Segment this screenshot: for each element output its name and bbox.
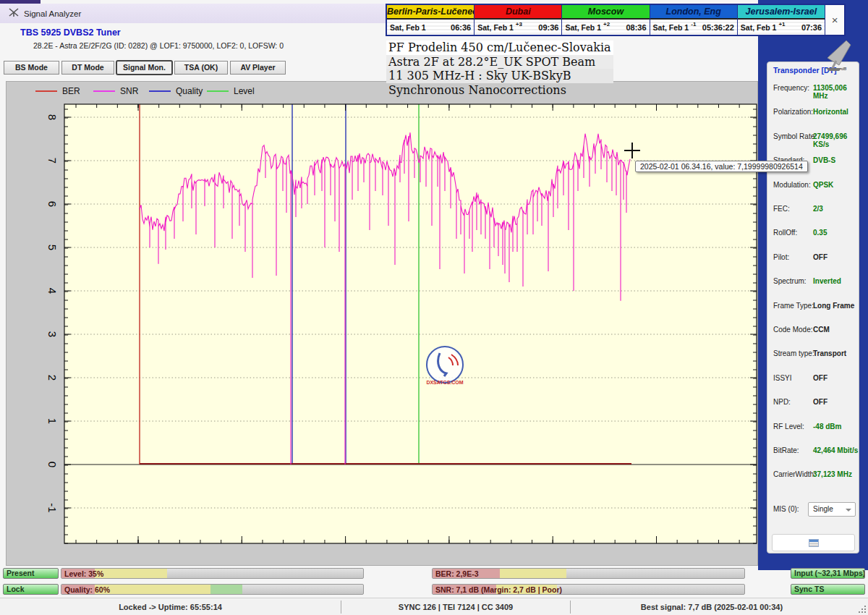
clock-city: Berlin-Paris-Lučenec <box>387 5 474 20</box>
clock-city: Dubai <box>475 5 561 20</box>
signal-analyzer-window: Signal Analyzer dB TBS 5925 DVBS2 Tuner … <box>0 0 868 615</box>
y-axis-tick-label: -1 <box>46 503 59 512</box>
bar-segment <box>500 569 567 578</box>
field-value: OFF <box>813 374 827 382</box>
field-value: 0.35 <box>813 229 827 237</box>
snr-bar-label: SNR: 7,1 dB (Margin: 2,7 dB | Poor) <box>435 585 562 595</box>
statusbar-sync-counters: SYNC 126 | TEI 7124 | CC 3409 <box>341 598 570 615</box>
field-label: Polarization: <box>773 108 813 116</box>
field-label: NPD: <box>773 398 791 406</box>
sync-ts-indicator: Sync TS <box>791 584 865 595</box>
y-axis-tick-label: 7 <box>46 158 59 164</box>
svg-text:dB: dB <box>841 67 846 71</box>
field-label: Spectrum: <box>773 277 807 285</box>
mis-label: MIS (0): <box>773 505 799 513</box>
mis-value: Single <box>813 505 833 513</box>
present-indicator: Present <box>3 568 59 579</box>
y-axis-tick-label: 2 <box>46 375 59 381</box>
input-indicator: Input (~32,31 Mbps) <box>791 568 865 579</box>
clock-column: Berlin-Paris-LučenecSat, Feb 106:36 <box>387 5 475 35</box>
clock-utc-offset: +2 <box>603 21 610 27</box>
statusbar-best-signal: Best signal: 7,7 dB (2025-02-01 00:34) <box>571 598 853 615</box>
field-value: QPSK <box>813 181 833 189</box>
mis-dropdown[interactable]: Single <box>808 502 856 517</box>
window-title: Signal Analyzer <box>24 9 81 18</box>
annotation-caption: PF Prodelin 450 cm/Lučenec-SlovakiaAstra… <box>386 41 613 97</box>
bar-segment <box>210 585 242 594</box>
field-label: Frame Type: <box>773 302 814 310</box>
clock-column: Jerusalem-IsraelSat, Feb 1+107:36 <box>738 5 825 35</box>
field-label: CarrierWidth: <box>773 470 816 478</box>
bar-segment <box>95 569 167 578</box>
y-axis-tick-label: 0 <box>46 462 59 467</box>
field-value: 27499,696 KS/s <box>813 132 859 148</box>
clock-column: MoscowSat, Feb 1+208:36 <box>562 5 650 35</box>
clock-time: 05:36:22 <box>702 23 734 32</box>
snr-tooltip: 2025-02-01 06.34.16, value: 7,1999998092… <box>635 161 808 172</box>
bar-segment <box>95 585 211 594</box>
field-label: RollOff: <box>773 229 797 237</box>
field-label: BitRate: <box>773 446 799 454</box>
clock-close-button[interactable]: × <box>825 5 844 35</box>
resize-grip[interactable] <box>859 606 866 613</box>
quality-bar: Quality: 60% <box>61 584 364 595</box>
field-value: Horizontal <box>813 108 848 116</box>
clock-utc-offset: +1 <box>778 21 785 27</box>
chevron-down-icon <box>846 509 851 512</box>
field-label: Frequency: <box>773 84 809 92</box>
y-axis-tick-label: 5 <box>46 245 59 250</box>
clock-city: Jerusalem-Israel <box>738 5 825 20</box>
satellite-app-icon <box>9 7 19 20</box>
field-value: 42,464 Mbit/s <box>813 446 858 454</box>
tuner-name: TBS 5925 DVBS2 Tuner <box>20 27 121 38</box>
caption-line-1: PF Prodelin 450 cm/Lučenec-Slovakia <box>386 41 613 55</box>
field-value: DVB-S <box>813 156 835 164</box>
clock-city: Moscow <box>562 5 649 20</box>
quality-bar-label: Quality: 60% <box>64 585 110 595</box>
mode-button-bs-mode[interactable]: BS Mode <box>4 61 59 75</box>
panel-action-button[interactable] <box>772 534 855 551</box>
y-axis-tick-label: 3 <box>46 331 59 337</box>
clock-time-row: Sat, Feb 106:36 <box>387 20 474 35</box>
mode-button-dt-mode[interactable]: DT Mode <box>61 61 114 75</box>
table-icon <box>809 539 819 547</box>
y-axis-tick-label: 1 <box>46 418 59 424</box>
watermark-text: DXSATCS.COM <box>426 380 463 385</box>
ber-bar: BER: 2,9E-3 <box>432 568 745 579</box>
y-axis-tick-label: 6 <box>46 201 59 207</box>
field-label: Pilot: <box>773 253 789 261</box>
transponder-panel: Transponder [DT] Frequency:11305,006 MHz… <box>767 62 859 554</box>
clock-utc-offset: -1 <box>691 21 696 27</box>
field-label: Code Mode: <box>773 326 812 334</box>
field-value: Inverted <box>813 277 841 285</box>
field-value: 37,123 MHz <box>813 470 852 478</box>
status-bar: Locked -> Uptime: 65:55:14 SYNC 126 | TE… <box>0 598 868 615</box>
clock-time: 07:36 <box>801 23 822 32</box>
y-axis-tick-label: 8 <box>46 114 59 120</box>
field-value: OFF <box>813 253 827 261</box>
clock-time: 09:36 <box>538 23 558 32</box>
clock-time-row: Sat, Feb 1+107:36 <box>738 20 825 35</box>
field-label: Modulation: <box>773 181 811 189</box>
field-value: OFF <box>813 398 827 406</box>
level-bar-label: Level: 35% <box>64 569 103 579</box>
field-value: 2/3 <box>813 205 823 213</box>
mode-button-tsa-ok-[interactable]: TSA (OK) <box>174 61 228 75</box>
mode-button-signal-mon-[interactable]: Signal Mon. <box>116 61 172 75</box>
mode-button-av-player[interactable]: AV Player <box>230 61 286 75</box>
field-label: ISSYI <box>773 374 792 382</box>
caption-line-2: Astra 2F at 28.2°E_UK SPOT Beam <box>386 55 613 69</box>
field-value: 11305,006 MHz <box>813 84 859 100</box>
watermark-logo: DXSATCS.COM <box>422 344 467 391</box>
clock-date: Sat, Feb 1 <box>741 23 777 32</box>
lock-indicator: Lock <box>3 584 59 595</box>
clock-time: 08:36 <box>626 23 646 32</box>
signal-chart-area: BERSNRQualityLevel 876543210-1 2025-02-0… <box>6 81 758 566</box>
clock-column: DubaiSat, Feb 1+309:36 <box>475 5 562 35</box>
satellite-dish-icon: dB <box>817 36 856 77</box>
signal-plot[interactable]: 876543210-1 <box>7 82 757 565</box>
tuner-details: 28.2E - Astra 2E/2F/2G (ID: 0282) @ LOF1… <box>33 41 284 50</box>
y-axis-tick-label: 4 <box>46 288 59 294</box>
clock-utc-offset: +3 <box>516 21 522 27</box>
clock-city: London, Eng <box>650 5 737 20</box>
